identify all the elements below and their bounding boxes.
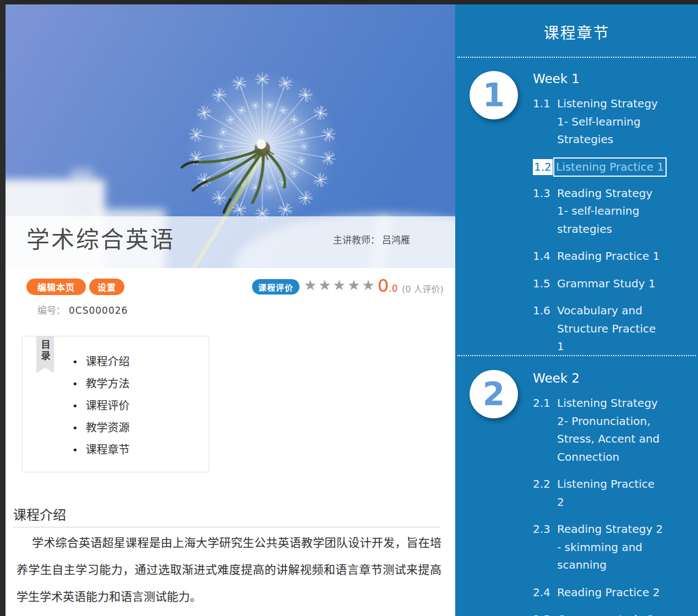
chapter-number: 2.1 bbox=[533, 394, 555, 466]
hero-banner: 学术综合英语 主讲教师：吕鸿雁 bbox=[6, 4, 455, 268]
chapter-number: 1.3 bbox=[533, 184, 555, 238]
rating-score-int: 0 bbox=[378, 275, 389, 296]
edit-page-button[interactable]: 编辑本页 bbox=[26, 279, 86, 295]
catalog-list: 课程介绍 教学方法 课程评价 教学资源 课程章节 bbox=[72, 351, 130, 461]
course-number-value: 0CS000026 bbox=[69, 305, 128, 316]
window-left-edge bbox=[0, 0, 6, 616]
chapter-title: Reading Practice 1 bbox=[557, 247, 665, 265]
intro-paragraph: 学术综合英语超星课程是由上海大学研究生公共英语教学团队设计开发，旨在培养学生自主… bbox=[17, 530, 441, 610]
catalog-item-evaluation[interactable]: 课程评价 bbox=[72, 395, 130, 417]
rating-count: (0 人评价) bbox=[402, 282, 444, 295]
chapter-item-2-2[interactable]: 2.2 Listening Practice 2 bbox=[533, 475, 676, 511]
chapter-number: 1.6 bbox=[533, 302, 555, 356]
chapter-title: Listening Strategy 2- Pronunciation, Str… bbox=[557, 394, 665, 466]
teacher-info: 主讲教师：吕鸿雁 bbox=[333, 232, 410, 246]
chapter-item-2-4[interactable]: 2.4 Reading Practice 2 bbox=[533, 584, 676, 602]
sidebar-title: 课程章节 bbox=[455, 21, 698, 43]
teacher-label: 主讲教师： bbox=[333, 235, 380, 246]
sidebar-divider bbox=[457, 57, 696, 58]
catalog-ribbon-tag: 目录 bbox=[36, 336, 54, 373]
window-top-edge bbox=[0, 0, 698, 4]
catalog-item-chapters[interactable]: 课程章节 bbox=[72, 439, 130, 461]
intro-divider bbox=[13, 527, 440, 527]
week-2-badge: 2 bbox=[470, 370, 518, 418]
chapter-title: Listening Practice 1 bbox=[555, 159, 665, 175]
chapter-title: Reading Strategy 2 - skimming and scanni… bbox=[557, 520, 665, 574]
chapter-number: 2.4 bbox=[533, 584, 555, 602]
chapter-item-2-3[interactable]: 2.3 Reading Strategy 2 - skimming and sc… bbox=[533, 520, 676, 574]
chapter-number: 1.2 bbox=[533, 159, 553, 175]
rating-stars-icon[interactable]: ★★★★★ bbox=[304, 277, 377, 293]
chapter-title: Reading Practice 2 bbox=[557, 584, 665, 602]
chapter-number: 2.3 bbox=[533, 520, 555, 574]
week-1-heading: Week 1 bbox=[533, 72, 580, 86]
chapter-title: Reading Strategy 1- self-learning strate… bbox=[557, 184, 665, 238]
catalog-item-resources[interactable]: 教学资源 bbox=[72, 417, 130, 439]
week-2-items: 2.1 Listening Strategy 2- Pronunciation,… bbox=[533, 394, 676, 616]
catalog-item-methods[interactable]: 教学方法 bbox=[72, 373, 130, 395]
settings-button[interactable]: 设置 bbox=[89, 279, 124, 295]
catalog-item-intro[interactable]: 课程介绍 bbox=[72, 351, 130, 373]
chapter-number: 2.5 bbox=[533, 610, 555, 616]
chapter-item-1-3[interactable]: 1.3 Reading Strategy 1- self-learning st… bbox=[533, 184, 676, 238]
chapter-item-2-1[interactable]: 2.1 Listening Strategy 2- Pronunciation,… bbox=[533, 394, 676, 466]
chapter-item-1-1[interactable]: 1.1 Listening Strategy 1- Self-learning … bbox=[533, 95, 676, 149]
chapter-item-1-2-selected[interactable]: 1.2 Listening Practice 1 bbox=[533, 158, 676, 175]
rating-score-dec: .0 bbox=[389, 283, 397, 294]
chapter-number: 1.4 bbox=[533, 247, 555, 265]
week-1-badge: 1 bbox=[470, 71, 518, 119]
chapter-title: Vocabulary and Structure Practice 1 bbox=[557, 302, 665, 356]
chapter-title: Grammar Study 1 bbox=[557, 275, 665, 293]
week-1-items: 1.1 Listening Strategy 1- Self-learning … bbox=[533, 95, 676, 365]
chapter-title: Listening Practice 2 bbox=[557, 475, 665, 511]
chapter-item-2-5[interactable]: 2.5 Grammar study 2 bbox=[533, 610, 676, 616]
rating-score: 0.0 bbox=[378, 275, 398, 296]
hero-title-band: 学术综合英语 主讲教师：吕鸿雁 bbox=[6, 216, 455, 268]
chapter-number: 2.2 bbox=[533, 475, 555, 511]
course-page: 学术综合英语 主讲教师：吕鸿雁 编辑本页 设置 课程评价 ★★★★★ 0.0 (… bbox=[0, 0, 698, 616]
chapter-title: Listening Strategy 1- Self-learning Stra… bbox=[557, 95, 665, 149]
teacher-name: 吕鸿雁 bbox=[382, 235, 410, 246]
intro-heading: 课程介绍 bbox=[13, 504, 66, 524]
chapter-item-1-4[interactable]: 1.4 Reading Practice 1 bbox=[533, 247, 676, 265]
chapter-number: 1.5 bbox=[533, 275, 555, 293]
page-title: 学术综合英语 bbox=[26, 223, 175, 257]
week-2-heading: Week 2 bbox=[533, 371, 580, 385]
course-number: 编号：0CS000026 bbox=[37, 303, 128, 317]
chapter-number: 1.1 bbox=[533, 95, 555, 149]
chapter-title: Grammar study 2 bbox=[557, 610, 665, 616]
sidebar-divider bbox=[457, 355, 696, 356]
chapter-item-1-5[interactable]: 1.5 Grammar Study 1 bbox=[533, 275, 676, 293]
chapters-sidebar: 课程章节 1 Week 1 1.1 Listening Strategy 1- … bbox=[455, 4, 698, 616]
course-rating-button[interactable]: 课程评价 bbox=[252, 279, 299, 295]
course-number-label: 编号： bbox=[37, 305, 66, 316]
chapter-item-1-6[interactable]: 1.6 Vocabulary and Structure Practice 1 bbox=[533, 302, 676, 356]
